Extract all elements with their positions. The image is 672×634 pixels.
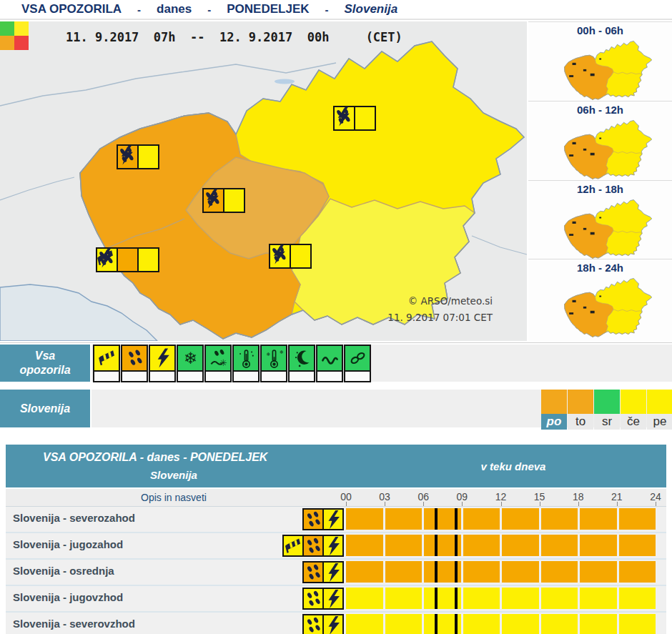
current-time-line xyxy=(435,508,438,530)
rain-warning-icon xyxy=(302,535,324,557)
hour-tick xyxy=(617,502,618,506)
warning-filter-snow[interactable]: ❄ xyxy=(177,345,204,382)
sleet-warning-icon: ✳ xyxy=(204,345,232,372)
timeline-segment xyxy=(619,535,656,556)
warning-filter-wind[interactable] xyxy=(93,345,120,382)
panel-title: 12h - 18h xyxy=(528,183,672,195)
all-warnings-label[interactable]: Vsa opozorila xyxy=(0,345,90,382)
wind-warning-icon xyxy=(93,345,120,372)
region-band: Slovenija potosrčepe xyxy=(0,390,672,430)
day-sr[interactable]: sr xyxy=(594,390,620,430)
table-title: VSA OPOZORILA - danes - PONEDELJEK xyxy=(43,451,267,464)
day-label: če xyxy=(621,414,646,430)
hour-label-00: 00 xyxy=(340,491,352,502)
warning-filter-storm[interactable] xyxy=(149,345,176,382)
table-row-jugozahod[interactable]: Slovenija - jugozahod xyxy=(6,533,666,560)
timeline-segment xyxy=(463,535,500,556)
cold-warning-icon: ❄❄ xyxy=(260,345,287,372)
hour-label-06: 06 xyxy=(417,491,429,502)
heat-warning-icon xyxy=(232,345,260,372)
current-time-line xyxy=(435,561,438,583)
panel-00-06[interactable]: 00h - 06h xyxy=(528,21,672,101)
timeline-segment xyxy=(580,561,617,583)
storm-warning-icon xyxy=(354,106,376,131)
hour-tick xyxy=(578,502,579,506)
page-title: VSA OPOZORILA - danes - PONEDELJEK - Slo… xyxy=(0,0,672,20)
warning-type-strip: ❄ ✳ ❄❄ xyxy=(93,345,372,382)
day-pe[interactable]: pe xyxy=(647,390,672,430)
panel-18-24[interactable]: 18h - 24h xyxy=(528,259,672,338)
table-header: VSA OPOZORILA - danes - PONEDELJEK Slove… xyxy=(6,445,666,487)
title-region: Slovenija xyxy=(345,2,398,16)
timeline-segment xyxy=(580,588,617,609)
hour-label-09: 09 xyxy=(457,491,468,502)
map-warnings-jugovzhod[interactable] xyxy=(269,244,312,269)
mini-map[interactable] xyxy=(528,274,672,340)
rain-warning-icon xyxy=(302,614,324,634)
map-warnings-severovzhod[interactable] xyxy=(333,106,376,131)
timeline-segment xyxy=(463,508,500,530)
map-warnings-jugozahod[interactable] xyxy=(96,247,159,272)
timeline-segment xyxy=(580,614,617,634)
day-label: sr xyxy=(594,414,620,430)
timeline-segment xyxy=(619,561,656,583)
warning-filter-sleet[interactable]: ✳ xyxy=(204,345,232,382)
ice-warning-icon xyxy=(344,345,371,372)
timeline-segment xyxy=(619,508,656,530)
day-to[interactable]: to xyxy=(568,390,593,430)
svg-text:✳: ✳ xyxy=(219,358,227,368)
map-warnings-osrednja[interactable] xyxy=(202,188,245,213)
table-row-jugovzhod[interactable]: Slovenija - jugovzhod xyxy=(6,586,666,613)
warning-map[interactable]: 11. 9.2017 07h -- 12. 9.2017 00h (CET) xyxy=(0,21,527,341)
timeline-segment xyxy=(502,588,539,609)
hour-tick xyxy=(462,502,463,506)
mini-map[interactable] xyxy=(528,37,672,103)
title-separator: - xyxy=(207,4,211,16)
warning-filter-blank xyxy=(344,372,371,382)
timeline-segment xyxy=(385,535,423,556)
day-label: pe xyxy=(647,414,672,430)
storm-warning-icon xyxy=(290,244,312,269)
current-time-line xyxy=(455,588,458,609)
hour-tick xyxy=(423,502,424,506)
table-column-header: Opis in nasveti 000306091215182124 xyxy=(6,487,666,507)
timeline-segment xyxy=(502,535,539,556)
panel-12-18[interactable]: 12h - 18h xyxy=(528,180,672,259)
day-color-box xyxy=(568,390,593,414)
mini-map[interactable] xyxy=(528,117,672,182)
slovenija-label[interactable]: Slovenija xyxy=(0,390,90,427)
timeline-segment xyxy=(619,588,656,609)
timeline-segment xyxy=(385,614,423,634)
warning-filter-rain[interactable] xyxy=(121,345,148,382)
timeline-segment xyxy=(502,614,539,634)
svg-text:❄: ❄ xyxy=(280,350,284,355)
severity-legend xyxy=(0,21,29,50)
warning-filter-ice[interactable] xyxy=(344,345,371,382)
legend-color-0 xyxy=(0,21,14,36)
map-warnings-severozahod[interactable] xyxy=(117,144,159,169)
day-po[interactable]: po xyxy=(541,390,567,430)
mini-map[interactable] xyxy=(528,196,672,262)
snow-warning-icon: ❄ xyxy=(177,345,204,372)
storm-warning-icon xyxy=(322,561,344,583)
warning-filter-sea[interactable] xyxy=(316,345,343,382)
panel-06-12[interactable]: 06h - 12h xyxy=(528,101,672,180)
panel-title: 18h - 24h xyxy=(528,262,672,274)
warning-filter-cold[interactable]: ❄❄ xyxy=(260,345,287,382)
row-warning-icons xyxy=(6,508,344,530)
warning-filter-fog[interactable] xyxy=(288,345,315,382)
issued-timestamp: 11. 9.2017 07:01 CET xyxy=(387,309,493,326)
warnings-table: VSA OPOZORILA - danes - PONEDELJEK Slove… xyxy=(6,445,666,633)
day-če[interactable]: če xyxy=(621,390,646,430)
table-row-osrednja[interactable]: Slovenija - osrednja xyxy=(6,560,666,586)
opis-in-nasveti-header: Opis in nasveti xyxy=(6,492,342,503)
warning-filter-heat[interactable] xyxy=(232,345,260,382)
storm-warning-icon xyxy=(322,588,344,610)
timeline-segment xyxy=(541,561,578,583)
table-row-severozahod[interactable]: Slovenija - severozahod xyxy=(6,507,666,533)
timeline-segment xyxy=(463,614,500,634)
timeline-segment xyxy=(541,535,578,556)
table-row-severovzhod[interactable]: Slovenija - severovzhod xyxy=(6,613,666,634)
hour-label-24: 24 xyxy=(650,491,661,502)
timeline-segment xyxy=(346,535,383,556)
